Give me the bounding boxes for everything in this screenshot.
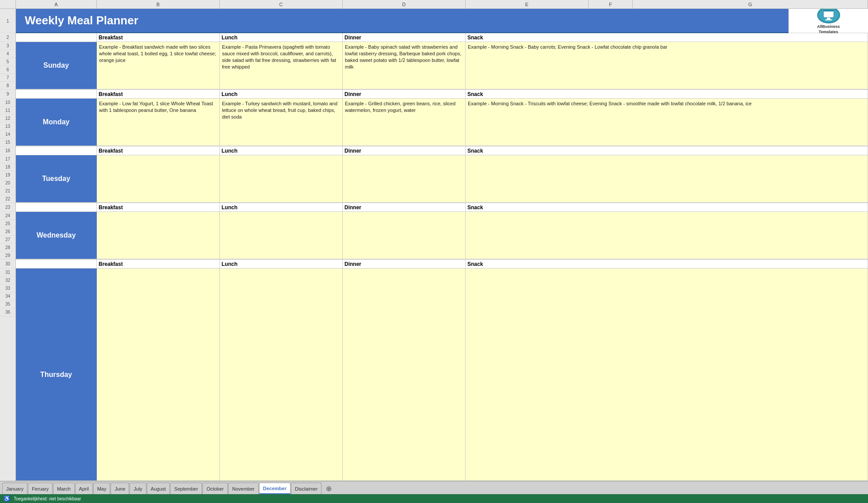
breakfast-label-sunday: Breakfast xyxy=(97,33,220,42)
tab-april[interactable]: April xyxy=(75,483,93,494)
status-text: Toegankelijkheid: niet beschikbaar xyxy=(14,496,81,501)
row-num-3: 3 xyxy=(0,42,15,50)
sunday-day-cell: Sunday xyxy=(16,42,97,89)
tuesday-header-empty xyxy=(16,146,97,155)
row-num-34: 34 xyxy=(0,292,15,300)
thursday-snack-cell[interactable] xyxy=(466,269,868,480)
sunday-snack-cell[interactable]: Example - Morning Snack - Baby carrots; … xyxy=(466,42,868,89)
wednesday-breakfast-cell[interactable] xyxy=(97,212,220,259)
row-number-column: 1 2 3 4 5 6 7 8 9 10 11 12 13 14 15 16 1… xyxy=(0,9,16,481)
monday-content-row: Monday Example - Low fat Yogurt, 1 slice… xyxy=(16,99,868,146)
lunch-label-sunday: Lunch xyxy=(220,33,343,42)
tuesday-day-cell: Tuesday xyxy=(16,155,97,202)
svg-rect-2 xyxy=(827,18,830,19)
tuesday-dinner-cell[interactable] xyxy=(343,155,466,202)
corner-cell xyxy=(0,0,16,8)
tab-november[interactable]: November xyxy=(228,483,259,494)
row-num-23: 23 xyxy=(0,203,15,212)
lunch-label-wednesday: Lunch xyxy=(220,203,343,211)
col-header-g: G xyxy=(633,0,868,8)
title-text: Weekly Meal Planner xyxy=(25,14,138,27)
monday-snack-cell[interactable]: Example - Morning Snack - Triscuits with… xyxy=(466,99,868,146)
col-header-a: A xyxy=(16,0,97,8)
logo-svg xyxy=(822,9,836,22)
row-num-15: 15 xyxy=(0,138,15,146)
row-num-13: 13 xyxy=(0,123,15,131)
row-num-4: 4 xyxy=(0,50,15,58)
sunday-content-row: Sunday Example - Breakfast sandwich made… xyxy=(16,42,868,90)
tab-august[interactable]: August xyxy=(147,483,170,494)
tuesday-lunch-cell[interactable] xyxy=(220,155,343,202)
col-header-e: E xyxy=(466,0,589,8)
row-num-7: 7 xyxy=(0,74,15,82)
col-header-strip: A B C D E F G xyxy=(0,0,868,9)
body-area: 1 2 3 4 5 6 7 8 9 10 11 12 13 14 15 16 1… xyxy=(0,9,868,481)
thursday-day-cell: Thursday xyxy=(16,269,97,480)
monday-lunch-cell[interactable]: Example - Turkey sandwich with mustard, … xyxy=(220,99,343,146)
col-header-c: C xyxy=(220,0,343,8)
dinner-label-sunday: Dinner xyxy=(343,33,466,42)
tuesday-snack-cell[interactable] xyxy=(466,155,868,202)
thursday-breakfast-cell[interactable] xyxy=(97,269,220,480)
snack-label-sunday: Snack xyxy=(466,33,868,42)
tab-june[interactable]: June xyxy=(111,483,129,494)
tab-july[interactable]: July xyxy=(130,483,146,494)
tab-may[interactable]: May xyxy=(93,483,111,494)
sunday-dinner-cell[interactable]: Example - Baby spinach salad with strawb… xyxy=(343,42,466,89)
sunday-breakfast-cell[interactable]: Example - Breakfast sandwich made with t… xyxy=(97,42,220,89)
thursday-lunch-cell[interactable] xyxy=(220,269,343,480)
row-num-35: 35 xyxy=(0,300,15,308)
dinner-label-thursday: Dinner xyxy=(343,260,466,268)
monday-header-empty xyxy=(16,90,97,98)
breakfast-label-wednesday: Breakfast xyxy=(97,203,220,211)
tuesday-breakfast-cell[interactable] xyxy=(97,155,220,202)
row-num-1: 1 xyxy=(0,9,15,33)
row-num-10: 10 xyxy=(0,99,15,107)
row-num-11: 11 xyxy=(0,107,15,115)
row-num-30: 30 xyxy=(0,260,15,269)
row-num-8: 8 xyxy=(0,82,15,90)
row-num-21: 21 xyxy=(0,187,15,195)
wednesday-snack-cell[interactable] xyxy=(466,212,868,259)
add-sheet-button[interactable]: ⊕ xyxy=(324,484,333,493)
row-num-27: 27 xyxy=(0,236,15,244)
wednesday-day-cell: Wednesday xyxy=(16,212,97,259)
dinner-label-wednesday: Dinner xyxy=(343,203,466,211)
row-num-9: 9 xyxy=(0,90,15,99)
meal-header-row-thursday: Breakfast Lunch Dinner Snack xyxy=(16,260,868,269)
svg-rect-1 xyxy=(823,10,834,12)
sheet-content: Weekly Meal Planner AllBusiness xyxy=(16,9,868,481)
wednesday-lunch-cell[interactable] xyxy=(220,212,343,259)
tab-disclaimer[interactable]: Disclaimer xyxy=(291,483,321,494)
monday-day-cell: Monday xyxy=(16,99,97,146)
row-num-12: 12 xyxy=(0,115,15,123)
row-num-33: 33 xyxy=(0,284,15,292)
svg-rect-3 xyxy=(825,19,832,20)
tab-october[interactable]: October xyxy=(203,483,228,494)
tab-feruary[interactable]: Feruary xyxy=(28,483,53,494)
row-num-18: 18 xyxy=(0,163,15,171)
thursday-content-row: Thursday xyxy=(16,269,868,481)
monday-dinner-cell[interactable]: Example - Grilled chicken, green beans, … xyxy=(343,99,466,146)
logo-icon xyxy=(817,9,840,23)
tab-march[interactable]: March xyxy=(53,483,75,494)
row-num-22: 22 xyxy=(0,195,15,203)
lunch-label-tuesday: Lunch xyxy=(220,146,343,155)
title-cell: Weekly Meal Planner xyxy=(16,9,788,33)
wednesday-dinner-cell[interactable] xyxy=(343,212,466,259)
tab-january[interactable]: January xyxy=(2,483,27,494)
row-num-29: 29 xyxy=(0,252,15,260)
tuesday-content-row: Tuesday xyxy=(16,155,868,203)
snack-label-thursday: Snack xyxy=(466,260,868,268)
monday-breakfast-cell[interactable]: Example - Low fat Yogurt, 1 slice Whole … xyxy=(97,99,220,146)
thursday-dinner-cell[interactable] xyxy=(343,269,466,480)
lunch-label-thursday: Lunch xyxy=(220,260,343,268)
row-num-17: 17 xyxy=(0,155,15,163)
sunday-lunch-cell[interactable]: Example - Pasta Primavera (spaghetti wit… xyxy=(220,42,343,89)
breakfast-label-monday: Breakfast xyxy=(97,90,220,98)
meal-header-row-tuesday: Breakfast Lunch Dinner Snack xyxy=(16,146,868,155)
row-num-26: 26 xyxy=(0,228,15,236)
dinner-label-tuesday: Dinner xyxy=(343,146,466,155)
tab-december[interactable]: December xyxy=(259,483,291,494)
tab-september[interactable]: September xyxy=(170,483,202,494)
